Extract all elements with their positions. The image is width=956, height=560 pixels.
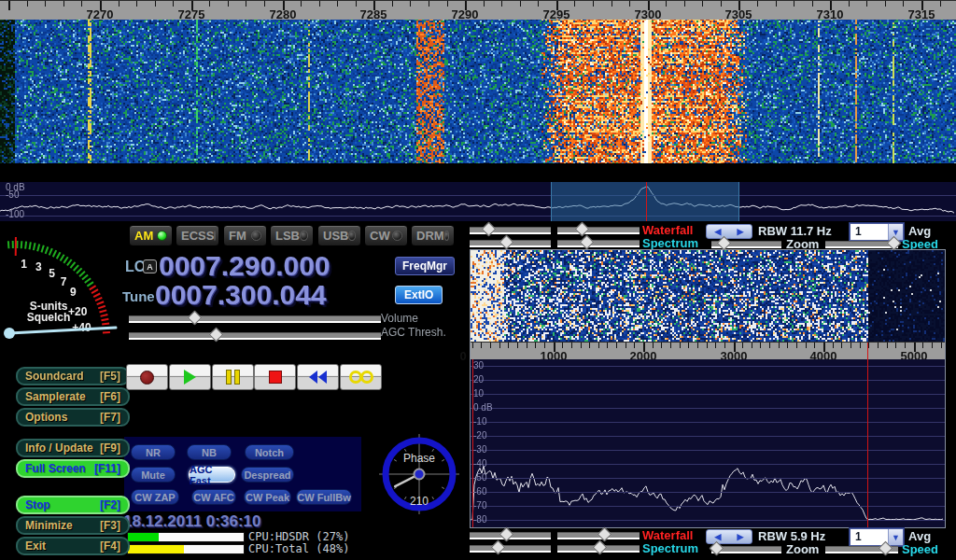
top-speed-slider[interactable] xyxy=(825,241,898,248)
db-label: -100 xyxy=(6,209,24,219)
slider-thumb[interactable] xyxy=(491,540,506,555)
ruler-label: 7300 xyxy=(635,7,662,21)
slider-thumb[interactable] xyxy=(209,328,224,343)
left-button-samplerate[interactable]: Samplerate[F6] xyxy=(16,387,130,406)
squelch-needle-hub[interactable] xyxy=(4,328,15,339)
mode-button-cw[interactable]: CW xyxy=(364,225,408,246)
ruler-tick xyxy=(301,1,302,7)
gridline xyxy=(0,216,956,217)
ruler-tick xyxy=(787,343,788,348)
main-spectrum-strip[interactable]: 0 dB-50-100 xyxy=(0,182,956,221)
mode-button-lsb[interactable]: LSB xyxy=(270,225,314,246)
left-button-full-screen[interactable]: Full Screen[F11] xyxy=(16,459,130,478)
dsp-button-despread[interactable]: Despread xyxy=(241,467,294,483)
dsp-button-notch[interactable]: Notch xyxy=(245,444,294,460)
mode-button-fm[interactable]: FM xyxy=(223,225,267,246)
bottom-speed-slider[interactable] xyxy=(825,546,898,553)
chevron-down-icon[interactable]: ▼ xyxy=(888,529,903,545)
right-arrow-icon[interactable]: ▶ xyxy=(738,227,744,236)
left-button-options[interactable]: Options[F7] xyxy=(16,408,130,427)
slider-thumb[interactable] xyxy=(593,540,608,555)
lo-frequency-display[interactable]: 0007.290.000 xyxy=(159,250,330,282)
bottom-zoom-slider[interactable] xyxy=(711,546,781,553)
lo-auto-badge[interactable]: A xyxy=(143,259,157,273)
left-button-exit[interactable]: Exit[F4] xyxy=(16,537,130,555)
rewind-button[interactable] xyxy=(297,364,339,390)
record-button[interactable] xyxy=(126,364,168,390)
top-spectrum-brightness-slider[interactable] xyxy=(470,240,551,247)
slider-thumb[interactable] xyxy=(499,235,514,250)
left-arrow-icon[interactable]: ◀ xyxy=(715,227,722,236)
right-arrow-icon[interactable]: ▶ xyxy=(738,532,744,541)
audio-spectrum[interactable]: 3020100 dB-10-20-30-40-50-60-70-80 xyxy=(471,359,945,527)
left-button-info-update[interactable]: Info / Update[F9] xyxy=(16,439,130,457)
audio-waterfall[interactable] xyxy=(471,250,945,342)
pause-button[interactable] xyxy=(212,364,254,390)
dsp-button-cw-fullbw[interactable]: CW FullBw xyxy=(296,489,352,505)
dsp-button-mute[interactable]: Mute xyxy=(131,467,176,483)
slider-thumb[interactable] xyxy=(188,311,203,326)
extio-button[interactable]: ExtIO xyxy=(395,286,443,304)
slider-thumb[interactable] xyxy=(482,222,497,237)
ruler-label: 7290 xyxy=(452,7,479,21)
bottom-spectrum-contrast-slider[interactable] xyxy=(557,545,640,553)
top-waterfall-brightness-slider[interactable] xyxy=(470,227,551,234)
left-arrow-icon[interactable]: ◀ xyxy=(715,532,722,541)
top-waterfall-contrast-slider[interactable] xyxy=(557,227,640,234)
ruler-tick xyxy=(860,343,861,348)
loop-button[interactable] xyxy=(340,364,382,390)
main-waterfall[interactable] xyxy=(0,0,956,163)
bottom-waterfall-brightness-slider[interactable] xyxy=(470,532,551,539)
dsp-button-cw-peak[interactable]: CW Peak xyxy=(244,489,291,505)
slider-thumb[interactable] xyxy=(580,235,595,250)
dsp-button-cw-afc[interactable]: CW AFC xyxy=(191,489,236,505)
mode-button-ecss[interactable]: ECSS xyxy=(176,225,219,246)
bottom-rbw-spinner[interactable]: ◀ ▶ xyxy=(706,529,752,544)
volume-slider[interactable] xyxy=(129,315,381,323)
ruler-tick xyxy=(81,1,82,7)
ruler-tick xyxy=(715,343,716,348)
bottom-waterfall-contrast-slider[interactable] xyxy=(557,532,640,539)
bottom-avg-select[interactable]: 1 ▼ xyxy=(850,528,904,546)
mode-button-drm[interactable]: DRM xyxy=(411,225,455,246)
ruler-tick xyxy=(535,343,536,348)
bottom-spectrum-brightness-slider[interactable] xyxy=(470,545,551,553)
top-spectrum-contrast-slider[interactable] xyxy=(557,240,640,247)
bottom-waterfall-label[interactable]: Waterfall xyxy=(642,528,693,542)
mode-button-am[interactable]: AM xyxy=(129,225,173,246)
audio-frequency-ruler[interactable]: 010002000300040005000 xyxy=(471,342,945,360)
ruler-tick xyxy=(878,343,879,348)
gridline xyxy=(0,195,956,196)
left-button-stop[interactable]: Stop[F2] xyxy=(16,496,130,514)
top-waterfall-label[interactable]: Waterfall xyxy=(642,223,693,237)
left-button-soundcard[interactable]: Soundcard[F5] xyxy=(16,367,130,385)
left-button-minimize[interactable]: Minimize[F3] xyxy=(16,516,130,535)
button-label: Exit xyxy=(25,539,46,553)
top-spectrum-label[interactable]: Spectrum xyxy=(642,236,698,250)
dsp-button-cw-zap[interactable]: CW ZAP xyxy=(131,489,179,505)
dsp-button-agc-fast[interactable]: AGC Fast xyxy=(189,467,235,483)
dsp-button-nb[interactable]: NB xyxy=(187,444,232,460)
slider-thumb[interactable] xyxy=(499,527,514,542)
squelch-needle[interactable] xyxy=(9,328,116,333)
tune-frequency-display[interactable]: 0007.300.044 xyxy=(155,279,327,311)
ruler-tick xyxy=(490,343,491,348)
agc-thresh-slider[interactable] xyxy=(129,332,381,340)
slider-thumb[interactable] xyxy=(575,222,590,237)
play-button[interactable] xyxy=(169,364,211,390)
gridline xyxy=(471,478,945,479)
ruler-tick xyxy=(629,1,630,7)
mode-button-usb[interactable]: USB xyxy=(317,225,361,246)
freqmgr-button[interactable]: FreqMgr xyxy=(395,257,455,275)
top-rbw-spinner[interactable]: ◀ ▶ xyxy=(706,224,752,239)
dsp-button-nr[interactable]: NR xyxy=(131,444,176,460)
smeter-tick xyxy=(87,282,93,287)
top-avg-label: Avg xyxy=(908,224,931,238)
ruler-tick xyxy=(760,343,761,348)
bottom-spectrum-label[interactable]: Spectrum xyxy=(642,541,698,555)
stop-button[interactable] xyxy=(254,364,296,390)
top-zoom-slider[interactable] xyxy=(711,241,781,248)
passband-selection[interactable] xyxy=(551,182,739,221)
ruler-tick xyxy=(27,1,28,7)
main-frequency-ruler[interactable]: 7270727572807285729072957300730573107315 xyxy=(0,0,956,20)
